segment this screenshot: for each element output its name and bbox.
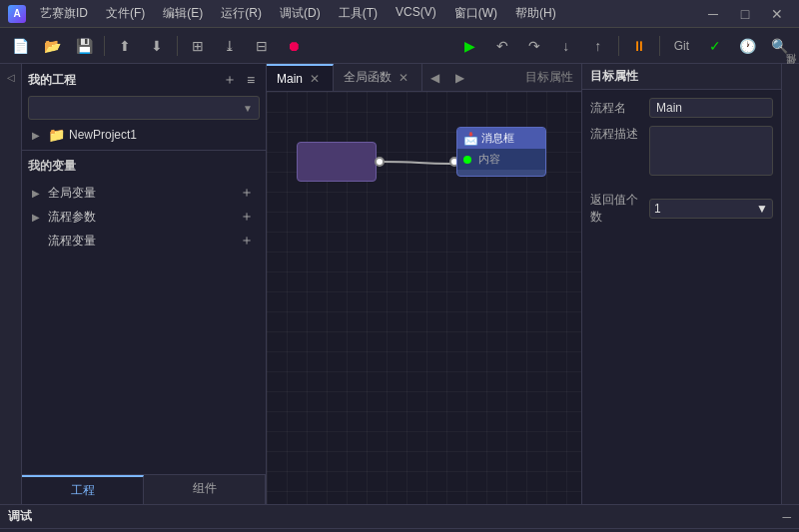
target-props-tab[interactable]: 目标属性 [517, 69, 581, 86]
save-button[interactable]: 💾 [70, 32, 98, 60]
menu-vcs[interactable]: VCS(V) [388, 3, 444, 24]
menu-window[interactable]: 窗口(W) [446, 3, 505, 24]
run-button[interactable]: ▶ [456, 32, 484, 60]
search-toolbar-button[interactable]: 🔍 [765, 32, 793, 60]
prop-label-desc: 流程描述 [590, 126, 645, 143]
step-out-button[interactable]: ↑ [584, 32, 612, 60]
tab-project[interactable]: 工程 [22, 475, 144, 504]
project-section-title: 我的工程 [28, 72, 76, 89]
menu-file[interactable]: 文件(F) [98, 3, 153, 24]
publish-button[interactable]: ⊟ [248, 32, 276, 60]
var-flow-left: ▶ 流程变量 [32, 233, 96, 250]
check-button[interactable]: ✓ [701, 32, 729, 60]
center-area: Main ✕ 全局函数 ✕ ◀ ▶ 目标属性 [267, 64, 581, 504]
node-start[interactable] [297, 142, 377, 182]
tab-more-button[interactable]: ◀ [422, 71, 447, 85]
add-flow-var-button[interactable]: ＋ [238, 232, 256, 250]
debug-collapse-button[interactable]: ─ [782, 510, 791, 524]
canvas-area[interactable]: 📩 消息框 内容 [267, 92, 581, 504]
far-right-tab[interactable]: 属性 [782, 68, 800, 76]
node-message[interactable]: 📩 消息框 内容 [456, 127, 546, 177]
menu-tools[interactable]: 工具(T) [331, 3, 386, 24]
clock-button[interactable]: 🕐 [733, 32, 761, 60]
sidebar-thin-btn-1[interactable]: ◁ [2, 68, 20, 86]
variables-section: 我的变量 ▶ 全局变量 ＋ ▶ 流程参数 ＋ ▶ 流程变量 [22, 151, 266, 474]
toolbar: 📄 📂 💾 ⬆ ⬇ ⊞ ⤓ ⊟ ⏺ ▶ ↶ ↷ ↓ ↑ ⏸ Git ✓ 🕐 🔍 [0, 28, 799, 64]
menu-run[interactable]: 运行(R) [213, 3, 270, 24]
pause-button[interactable]: ⏸ [625, 32, 653, 60]
search-input[interactable] [35, 101, 243, 115]
right-panel: 目标属性 流程名 Main 流程描述 返回值个数 1 ▼ [581, 64, 781, 504]
var-params-label: 流程参数 [48, 209, 96, 226]
tab-more-right-button[interactable]: ▶ [447, 71, 472, 85]
node-message-content: 内容 [457, 149, 545, 170]
var-item-params[interactable]: ▶ 流程参数 ＋ [28, 205, 260, 229]
var-global-label: 全局变量 [48, 185, 96, 202]
win-maximize[interactable]: □ [731, 4, 759, 24]
git-button[interactable]: Git [666, 32, 697, 60]
download-button[interactable]: ⬇ [143, 32, 171, 60]
debug-header: 调试 ─ [0, 505, 799, 529]
search-box[interactable]: ▼ [28, 96, 260, 120]
stop-record-button[interactable]: ⏺ [280, 32, 308, 60]
prop-select-return[interactable]: 1 ▼ [649, 199, 773, 219]
right-panel-body: 流程名 Main 流程描述 返回值个数 1 ▼ [582, 90, 781, 504]
prop-select-return-arrow: ▼ [756, 202, 768, 216]
tab-debugger[interactable]: Debugger [22, 529, 99, 533]
app-logo-text: A [13, 8, 20, 19]
menu-edit[interactable]: 编辑(E) [155, 3, 211, 24]
left-panel: 我的工程 ＋ ≡ ▼ ▶ 📁 NewProject1 我的变量 ▶ [22, 64, 267, 504]
tabs-bar: Main ✕ 全局函数 ✕ ◀ ▶ 目标属性 [267, 64, 581, 92]
menu-help[interactable]: 帮助(H) [507, 3, 564, 24]
var-item-flow[interactable]: ▶ 流程变量 ＋ [28, 229, 260, 253]
toolbar-sep-2 [177, 36, 178, 56]
prop-row-name: 流程名 Main [590, 98, 773, 118]
menu-id[interactable]: 艺赛旗ID [32, 3, 96, 24]
expand-project-button[interactable]: ≡ [242, 71, 260, 89]
deploy-button[interactable]: ⬆ [111, 32, 139, 60]
tab-main-close[interactable]: ✕ [307, 71, 323, 87]
tab-global-func-close[interactable]: ✕ [396, 70, 411, 86]
var-item-global[interactable]: ▶ 全局变量 ＋ [28, 181, 260, 205]
prop-label-name: 流程名 [590, 100, 645, 117]
add-project-button[interactable]: ＋ [221, 71, 239, 89]
project-section-header: 我的工程 ＋ ≡ [28, 68, 260, 92]
node-message-header: 📩 消息框 [457, 128, 545, 149]
project-section: 我的工程 ＋ ≡ ▼ ▶ 📁 NewProject1 [22, 64, 266, 151]
prop-textarea-desc[interactable] [649, 126, 773, 176]
node-content-label: 内容 [478, 153, 500, 165]
open-button[interactable]: 📂 [38, 32, 66, 60]
prop-label-return: 返回值个数 [590, 192, 645, 226]
menu-bar: 艺赛旗ID 文件(F) 编辑(E) 运行(R) 调试(D) 工具(T) VCS(… [32, 3, 693, 24]
var-flow-label: 流程变量 [48, 233, 96, 250]
far-right-sidebar: 属性 [781, 64, 799, 504]
run-back-button[interactable]: ↶ [488, 32, 516, 60]
add-global-var-button[interactable]: ＋ [238, 184, 256, 202]
tab-main[interactable]: Main ✕ [267, 64, 334, 92]
connector-dot-out [375, 157, 385, 167]
debug-title: 调试 [8, 508, 32, 525]
search-arrow[interactable]: ▼ [243, 103, 253, 114]
win-close[interactable]: ✕ [763, 4, 791, 24]
menu-debug[interactable]: 调试(D) [272, 3, 329, 24]
tab-console[interactable]: 🖥 Console [99, 529, 183, 533]
new-file-button[interactable]: 📄 [6, 32, 34, 60]
grid-button[interactable]: ⊞ [184, 32, 212, 60]
left-thin-sidebar: ◁ [0, 64, 22, 504]
add-params-button[interactable]: ＋ [238, 208, 256, 226]
window-controls: ─ □ ✕ [699, 4, 791, 24]
prop-value-name[interactable]: Main [649, 98, 773, 118]
step-into-button[interactable]: ↓ [552, 32, 580, 60]
deploy2-button[interactable]: ⤓ [216, 32, 244, 60]
app-logo: A [8, 5, 26, 23]
main-layout: ◁ 我的工程 ＋ ≡ ▼ ▶ 📁 NewProject1 [0, 64, 799, 504]
tab-components[interactable]: 组件 [144, 475, 266, 504]
tab-global-func-label: 全局函数 [344, 69, 392, 86]
tree-item-newproject[interactable]: ▶ 📁 NewProject1 [28, 124, 260, 146]
tab-global-func[interactable]: 全局函数 ✕ [334, 64, 422, 92]
right-panel-title: 目标属性 [590, 68, 638, 85]
prop-row-desc: 流程描述 [590, 126, 773, 184]
step-over-button[interactable]: ↷ [520, 32, 548, 60]
prop-row-return: 返回值个数 1 ▼ [590, 192, 773, 226]
win-minimize[interactable]: ─ [699, 4, 727, 24]
